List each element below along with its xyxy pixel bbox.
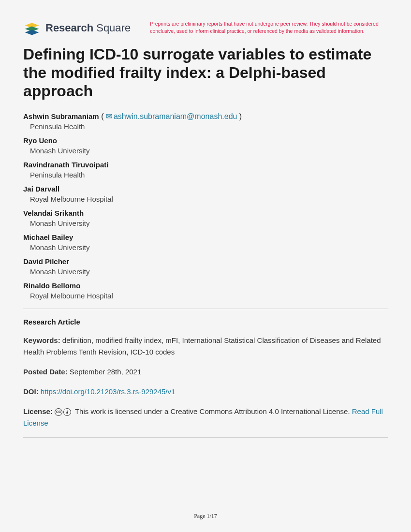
author-affiliation: Royal Melbourne Hospital [30, 195, 388, 203]
posted-date-value: September 28th, 2021 [70, 368, 141, 376]
author-affiliation: Royal Melbourne Hospital [30, 292, 388, 300]
author-affiliation: Monash University [30, 219, 388, 227]
license-row: License: cc This work is licensed under … [23, 406, 388, 429]
divider [23, 437, 388, 438]
authors-list: Ashwin Subramaniam ( ✉ashwin.subramaniam… [23, 112, 388, 300]
license-text: This work is licensed under a Creative C… [75, 407, 350, 415]
author-name: Ashwin Subramaniam [23, 112, 99, 120]
author-name: Velandai Srikanth [23, 209, 84, 217]
author-name: Ravindranath Tiruvoipati [23, 161, 108, 169]
author-name: Jai Darvall [23, 185, 59, 193]
keywords-label: Keywords: [23, 336, 60, 344]
doi-link[interactable]: https://doi.org/10.21203/rs.3.rs-929245/… [41, 387, 176, 396]
author-name: Rinaldo Bellomo [23, 281, 80, 290]
svg-point-0 [67, 411, 68, 412]
research-square-logo-icon [23, 19, 41, 37]
author-block: Michael Bailey Monash University [23, 233, 388, 251]
author-name: Ryo Ueno [23, 136, 57, 145]
license-icons: cc [55, 408, 71, 416]
doi-label: DOI: [23, 387, 39, 396]
author-name: Michael Bailey [23, 233, 73, 241]
paper-title: Defining ICD-10 surrogate variables to e… [23, 45, 388, 100]
divider [23, 309, 388, 309]
doi-row: DOI: https://doi.org/10.21203/rs.3.rs-92… [23, 386, 388, 397]
article-type: Research Article [23, 318, 388, 326]
logo-section: Research Square [23, 19, 131, 37]
logo-text: Research Square [45, 22, 131, 34]
author-email-link[interactable]: ashwin.subramaniam@monash.edu [114, 112, 237, 120]
posted-date-row: Posted Date: September 28th, 2021 [23, 366, 388, 377]
license-label: License: [23, 407, 53, 415]
keywords-value: definition, modified frailty index, mFI,… [23, 336, 381, 355]
author-affiliation: Monash University [30, 267, 388, 276]
page-number: Page 1/17 [0, 513, 411, 520]
author-affiliation: Monash University [30, 147, 388, 155]
author-affiliation: Peninsula Health [30, 122, 388, 131]
author-block: Rinaldo Bellomo Royal Melbourne Hospital [23, 281, 388, 300]
author-email-wrap: ( ✉ashwin.subramaniam@monash.edu ) [101, 112, 242, 120]
logo-text-square: Square [96, 22, 131, 34]
author-block: Jai Darvall Royal Melbourne Hospital [23, 185, 388, 203]
author-block: Ashwin Subramaniam ( ✉ashwin.subramaniam… [23, 112, 388, 131]
keywords-row: Keywords: definition, modified frailty i… [23, 335, 388, 357]
author-block: Ravindranath Tiruvoipati Peninsula Healt… [23, 161, 388, 179]
email-icon: ✉ [106, 112, 112, 120]
logo-text-research: Research [45, 22, 93, 34]
posted-date-label: Posted Date: [23, 368, 68, 376]
author-affiliation: Peninsula Health [30, 171, 388, 179]
author-block: David Pilcher Monash University [23, 257, 388, 276]
author-affiliation: Monash University [30, 243, 388, 251]
author-block: Ryo Ueno Monash University [23, 136, 388, 155]
by-icon [63, 408, 71, 416]
cc-icon: cc [55, 408, 62, 416]
header-row: Research Square Preprints are preliminar… [23, 19, 388, 37]
preprint-disclaimer: Preprints are preliminary reports that h… [150, 19, 388, 35]
author-name: David Pilcher [23, 257, 69, 266]
author-block: Velandai Srikanth Monash University [23, 209, 388, 227]
